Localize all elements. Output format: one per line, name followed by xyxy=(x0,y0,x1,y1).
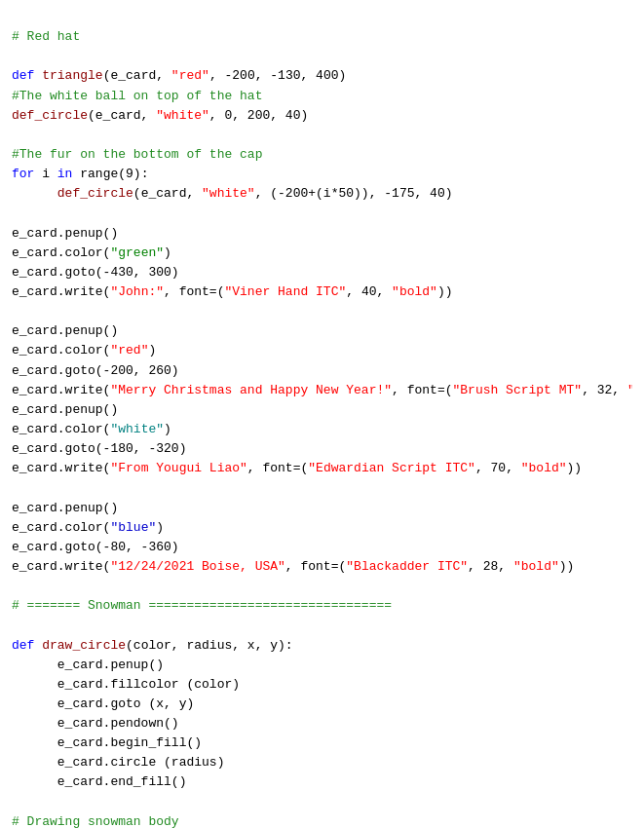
code-editor: # Red hat def triangle(e_card, "red", -2… xyxy=(12,8,632,828)
code-line: def triangle(e_card, "red", -200, -130, … xyxy=(12,68,632,396)
code-continuation: e_card.penup() e_card.color("white") e_c… xyxy=(12,402,582,828)
comment-red-hat: # Red hat xyxy=(12,29,80,44)
